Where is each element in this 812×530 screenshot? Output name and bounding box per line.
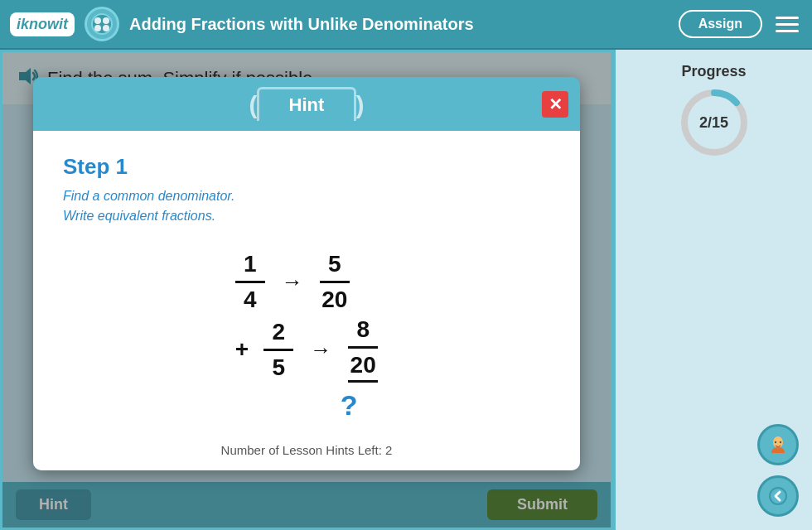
page-title: Adding Fractions with Unlike Denominator… xyxy=(129,15,669,34)
hints-left-text: Number of Lesson Hints Left: 2 xyxy=(63,430,550,457)
frac1r-line xyxy=(320,281,350,283)
svg-point-11 xyxy=(770,488,786,504)
hamburger-line-1 xyxy=(776,17,799,19)
fraction-row-1: 1 4 → 5 20 xyxy=(235,251,350,313)
frac2r-numerator: 8 xyxy=(356,316,370,344)
answer-underline xyxy=(348,380,378,383)
frac2r-denominator: 20 xyxy=(350,350,376,378)
question-mark: ? xyxy=(328,389,370,422)
frac1-numerator: 1 xyxy=(244,251,257,279)
svg-point-0 xyxy=(92,14,112,34)
frac1r-numerator: 5 xyxy=(328,251,341,279)
main-area: Find the sum. Simplify if possible. Hint… xyxy=(0,50,812,530)
modal-overlay: Hint ✕ Step 1 Find a common denominator.… xyxy=(2,52,611,528)
svg-point-1 xyxy=(94,17,101,24)
content-area: Find the sum. Simplify if possible. Hint… xyxy=(0,50,613,530)
hint-tab-label: Hint xyxy=(257,87,357,121)
sidebar: Progress 2/15 xyxy=(613,50,812,530)
frac2-line xyxy=(263,349,293,351)
fraction-row-2: + 2 5 → 8 20 xyxy=(235,316,378,383)
fraction-8-20: 8 20 xyxy=(348,316,378,383)
fraction-2-5: 2 5 xyxy=(263,319,293,381)
hint-modal-body: Step 1 Find a common denominator. Write … xyxy=(33,131,580,470)
side-character-button[interactable] xyxy=(757,424,799,465)
step-label: Step 1 xyxy=(63,154,128,180)
progress-circle: 2/15 xyxy=(677,85,752,160)
progress-label: Progress xyxy=(681,63,746,80)
svg-point-2 xyxy=(103,17,109,24)
hamburger-line-3 xyxy=(776,30,799,32)
frac2r-line xyxy=(348,346,378,349)
app-icon xyxy=(85,7,119,41)
svg-point-10 xyxy=(780,441,781,443)
hint-close-button[interactable]: ✕ xyxy=(542,91,568,118)
frac1-denominator: 4 xyxy=(244,285,257,313)
fraction-1-4: 1 4 xyxy=(235,251,265,313)
frac2-numerator: 2 xyxy=(272,319,285,347)
arrow-1: → xyxy=(282,269,303,295)
hamburger-line-2 xyxy=(776,23,799,26)
assign-button[interactable]: Assign xyxy=(679,10,762,38)
side-back-button[interactable] xyxy=(757,475,799,517)
arrow-2: → xyxy=(310,337,331,363)
frac1-line xyxy=(235,281,265,283)
svg-point-3 xyxy=(94,25,101,31)
fraction-display: 1 4 → 5 20 xyxy=(235,243,378,430)
svg-point-9 xyxy=(775,441,776,443)
app-header: iknowit Adding Fractions with Unlike Den… xyxy=(0,0,812,50)
progress-section: Progress 2/15 xyxy=(677,63,752,160)
menu-button[interactable] xyxy=(772,13,802,36)
progress-number: 2/15 xyxy=(699,114,728,132)
hint-modal-header: Hint ✕ xyxy=(33,77,580,131)
frac2-denominator: 5 xyxy=(272,353,285,381)
fraction-5-20: 5 20 xyxy=(320,251,350,313)
frac1r-denominator: 20 xyxy=(321,285,347,313)
step-description: Find a common denominator. Write equival… xyxy=(63,186,235,226)
svg-point-4 xyxy=(103,25,109,31)
logo: iknowit xyxy=(10,12,75,36)
plus-sign: + xyxy=(235,336,249,363)
hint-modal: Hint ✕ Step 1 Find a common denominator.… xyxy=(33,77,580,470)
